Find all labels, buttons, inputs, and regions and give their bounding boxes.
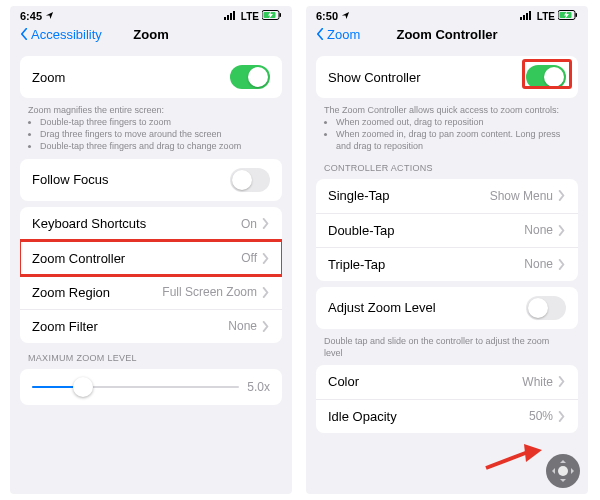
keyboard-shortcuts-row[interactable]: Keyboard Shortcuts On: [20, 207, 282, 241]
follow-focus-toggle[interactable]: [230, 168, 270, 192]
row-label: Triple-Tap: [328, 257, 385, 272]
row-label: Zoom Region: [32, 285, 110, 300]
signal-icon: [520, 10, 534, 22]
svg-line-14: [486, 452, 528, 468]
zoom-toggle[interactable]: [230, 65, 270, 89]
status-time: 6:50: [316, 10, 338, 22]
row-label: Follow Focus: [32, 172, 109, 187]
row-label: Adjust Zoom Level: [328, 300, 436, 315]
chevron-right-icon: [261, 218, 270, 229]
screen-zoom-controller: 6:50 LTE Zoom Zoom Controller: [306, 6, 588, 494]
svg-rect-7: [520, 17, 522, 20]
status-time: 6:45: [20, 10, 42, 22]
zoom-controller-widget[interactable]: [546, 454, 580, 488]
row-label: Zoom: [32, 70, 65, 85]
page-title: Zoom Controller: [396, 27, 497, 42]
double-tap-row[interactable]: Double-Tap None: [316, 213, 578, 247]
row-value: Show Menu: [490, 189, 553, 203]
show-controller-row[interactable]: Show Controller: [316, 56, 578, 98]
back-button[interactable]: Zoom: [314, 27, 360, 42]
row-label: Show Controller: [328, 70, 421, 85]
chevron-right-icon: [557, 411, 566, 422]
row-value: None: [228, 319, 257, 333]
back-label: Zoom: [327, 27, 360, 42]
battery-icon: [262, 10, 282, 22]
adjust-zoom-toggle[interactable]: [526, 296, 566, 320]
svg-rect-8: [523, 15, 525, 20]
max-zoom-slider[interactable]: [32, 377, 239, 397]
nav-bar: Accessibility Zoom: [10, 24, 292, 50]
chevron-right-icon: [557, 190, 566, 201]
row-label: Zoom Controller: [32, 251, 125, 266]
zoom-controller-row[interactable]: Zoom Controller Off: [20, 241, 282, 275]
follow-focus-row[interactable]: Follow Focus: [20, 159, 282, 201]
max-zoom-header: MAXIMUM ZOOM LEVEL: [28, 353, 274, 363]
row-label: Single-Tap: [328, 188, 389, 203]
chevron-right-icon: [557, 376, 566, 387]
chevron-right-icon: [557, 259, 566, 270]
status-bar: 6:50 LTE: [306, 6, 588, 24]
svg-rect-6: [280, 13, 282, 17]
row-label: Keyboard Shortcuts: [32, 216, 146, 231]
battery-icon: [558, 10, 578, 22]
back-button[interactable]: Accessibility: [18, 27, 102, 42]
signal-icon: [224, 10, 238, 22]
adjust-zoom-description: Double tap and slide on the controller t…: [324, 335, 570, 359]
adjust-zoom-level-row[interactable]: Adjust Zoom Level: [316, 287, 578, 329]
idle-opacity-row[interactable]: Idle Opacity 50%: [316, 399, 578, 433]
page-title: Zoom: [133, 27, 168, 42]
row-value: Off: [241, 251, 257, 265]
chevron-right-icon: [261, 287, 270, 298]
row-value: On: [241, 217, 257, 231]
chevron-right-icon: [261, 321, 270, 332]
row-label: Double-Tap: [328, 223, 395, 238]
svg-rect-0: [224, 17, 226, 20]
location-icon: [341, 10, 350, 22]
color-row[interactable]: Color White: [316, 365, 578, 399]
row-label: Zoom Filter: [32, 319, 98, 334]
triple-tap-row[interactable]: Triple-Tap None: [316, 247, 578, 281]
show-controller-description: The Zoom Controller allows quick access …: [324, 104, 570, 153]
zoom-region-row[interactable]: Zoom Region Full Screen Zoom: [20, 275, 282, 309]
zoom-filter-row[interactable]: Zoom Filter None: [20, 309, 282, 343]
max-zoom-slider-row[interactable]: 5.0x: [20, 369, 282, 405]
single-tap-row[interactable]: Single-Tap Show Menu: [316, 179, 578, 213]
svg-rect-3: [233, 11, 235, 20]
row-value: White: [522, 375, 553, 389]
controller-actions-header: CONTROLLER ACTIONS: [324, 163, 570, 173]
status-network: LTE: [241, 11, 259, 22]
back-label: Accessibility: [31, 27, 102, 42]
nav-bar: Zoom Zoom Controller: [306, 24, 588, 50]
annotation-arrow-icon: [484, 444, 544, 476]
chevron-right-icon: [557, 225, 566, 236]
zoom-toggle-row[interactable]: Zoom: [20, 56, 282, 98]
row-value: Full Screen Zoom: [162, 285, 257, 299]
svg-rect-2: [230, 13, 232, 20]
row-label: Color: [328, 374, 359, 389]
row-value: None: [524, 223, 553, 237]
status-bar: 6:45 LTE: [10, 6, 292, 24]
svg-rect-9: [526, 13, 528, 20]
svg-rect-13: [576, 13, 578, 17]
status-network: LTE: [537, 11, 555, 22]
svg-rect-1: [227, 15, 229, 20]
row-label: Idle Opacity: [328, 409, 397, 424]
svg-marker-15: [524, 444, 542, 462]
location-icon: [45, 10, 54, 22]
chevron-right-icon: [261, 253, 270, 264]
svg-rect-10: [529, 11, 531, 20]
screen-zoom-settings: 6:45 LTE Accessibility Zoom: [10, 6, 292, 494]
zoom-description: Zoom magnifies the entire screen: Double…: [28, 104, 274, 153]
show-controller-toggle[interactable]: [526, 65, 566, 89]
row-value: None: [524, 257, 553, 271]
row-value: 50%: [529, 409, 553, 423]
max-zoom-value: 5.0x: [247, 380, 270, 394]
